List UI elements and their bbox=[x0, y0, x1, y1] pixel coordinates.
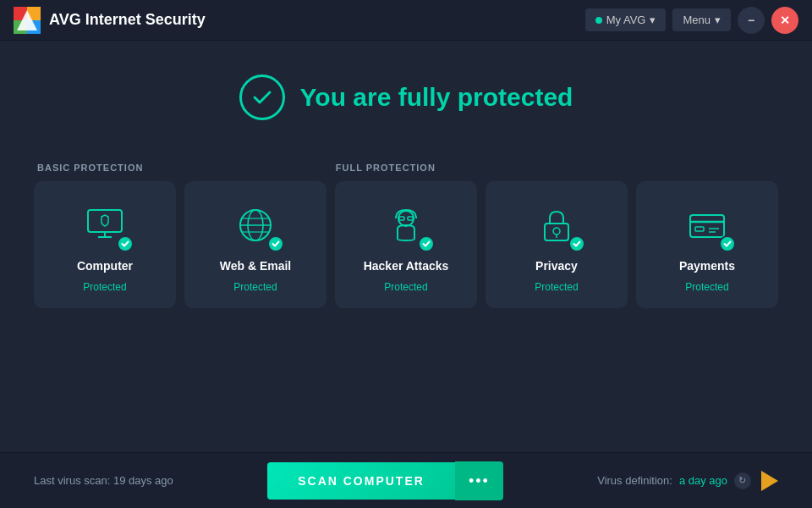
hacker-attacks-card-status: Protected bbox=[384, 281, 427, 293]
computer-card-status: Protected bbox=[83, 281, 126, 293]
computer-icon-wrap bbox=[80, 200, 130, 251]
computer-card-name: Computer bbox=[77, 259, 133, 273]
notification-arrow-icon bbox=[761, 471, 778, 491]
hacker-attacks-card-name: Hacker Attacks bbox=[364, 259, 449, 273]
menu-button[interactable]: Menu ▾ bbox=[672, 8, 731, 31]
my-avg-button[interactable]: My AVG ▾ bbox=[585, 8, 667, 31]
web-email-card-status: Protected bbox=[233, 281, 277, 293]
titlebar-right: My AVG ▾ Menu ▾ − ✕ bbox=[585, 7, 798, 34]
payments-card-status: Protected bbox=[685, 281, 728, 293]
protected-checkmark-icon bbox=[239, 75, 285, 120]
basic-protection-label: BASIC PROTECTION bbox=[34, 163, 332, 173]
status-text: You are fully protected bbox=[300, 83, 573, 112]
computer-card[interactable]: Computer Protected bbox=[34, 181, 176, 308]
status-dot-icon bbox=[595, 17, 602, 24]
web-email-card[interactable]: Web & Email Protected bbox=[184, 181, 326, 308]
app-title: AVG Internet Security bbox=[49, 11, 206, 29]
check-badge-icon bbox=[117, 235, 134, 252]
svg-rect-21 bbox=[695, 227, 704, 231]
minimize-button[interactable]: − bbox=[738, 7, 765, 34]
last-scan-text: Last virus scan: 19 days ago bbox=[34, 474, 173, 487]
scan-computer-button[interactable]: SCAN COMPUTER bbox=[267, 462, 455, 500]
check-badge-icon bbox=[418, 235, 435, 252]
web-email-icon-wrap bbox=[230, 200, 281, 251]
payments-icon-wrap bbox=[682, 200, 732, 251]
scan-actions: SCAN COMPUTER ••• bbox=[267, 461, 503, 500]
svg-rect-14 bbox=[399, 217, 404, 220]
virus-definition-area: Virus definition: a day ago ↻ bbox=[597, 471, 778, 491]
svg-rect-5 bbox=[88, 210, 122, 232]
web-email-card-name: Web & Email bbox=[220, 259, 292, 273]
chevron-down-icon: ▾ bbox=[715, 14, 721, 26]
refresh-icon[interactable]: ↻ bbox=[734, 472, 751, 489]
virus-def-label: Virus definition: bbox=[597, 474, 672, 487]
full-protection-label: FULL PROTECTION bbox=[332, 163, 778, 173]
cards-container: BASIC PROTECTION FULL PROTECTION bbox=[34, 163, 778, 308]
more-options-button[interactable]: ••• bbox=[455, 461, 503, 500]
status-area: You are fully protected bbox=[239, 75, 573, 120]
avg-logo-icon bbox=[14, 7, 41, 34]
chevron-down-icon: ▾ bbox=[650, 14, 656, 26]
bottom-bar: Last virus scan: 19 days ago SCAN COMPUT… bbox=[0, 452, 812, 508]
titlebar: AVG Internet Security My AVG ▾ Menu ▾ − … bbox=[0, 0, 812, 41]
privacy-icon-wrap bbox=[531, 200, 582, 251]
payments-card[interactable]: Payments Protected bbox=[636, 181, 778, 308]
virus-def-value: a day ago bbox=[679, 474, 727, 487]
svg-rect-15 bbox=[408, 217, 413, 220]
svg-point-17 bbox=[553, 228, 560, 235]
titlebar-left: AVG Internet Security bbox=[14, 7, 206, 34]
svg-point-13 bbox=[398, 211, 414, 226]
close-button[interactable]: ✕ bbox=[771, 7, 798, 34]
cards-row: Computer Protected bbox=[34, 181, 778, 308]
check-badge-icon bbox=[267, 235, 284, 252]
main-content: You are fully protected BASIC PROTECTION… bbox=[0, 41, 812, 325]
svg-rect-19 bbox=[690, 215, 724, 237]
check-badge-icon bbox=[719, 235, 736, 252]
hacker-attacks-card[interactable]: Hacker Attacks Protected bbox=[335, 181, 477, 308]
check-badge-icon bbox=[568, 235, 585, 252]
privacy-card-status: Protected bbox=[535, 281, 578, 293]
privacy-card-name: Privacy bbox=[535, 259, 578, 273]
section-labels: BASIC PROTECTION FULL PROTECTION bbox=[34, 163, 778, 173]
payments-card-name: Payments bbox=[679, 259, 735, 273]
privacy-card[interactable]: Privacy Protected bbox=[486, 181, 628, 308]
hacker-icon-wrap bbox=[381, 200, 431, 251]
